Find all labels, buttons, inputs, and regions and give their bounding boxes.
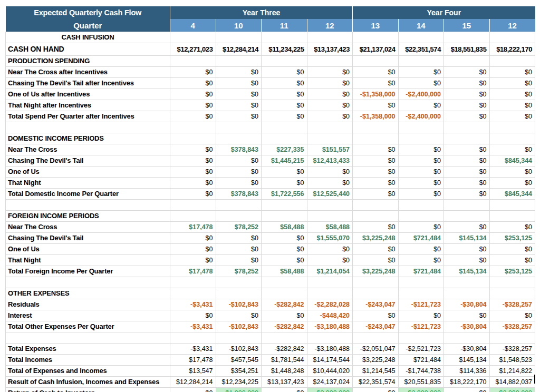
value-cell[interactable]: $22,351,574 xyxy=(398,43,444,56)
value-cell[interactable]: -$2,400,000 xyxy=(398,111,444,122)
section-label[interactable]: CASH INFUSION xyxy=(6,32,170,43)
value-cell[interactable]: $17,478 xyxy=(170,355,216,366)
empty-cell[interactable] xyxy=(444,277,490,288)
row-label[interactable]: Near The Cross xyxy=(6,144,170,155)
quarter-label[interactable]: Quarter xyxy=(6,19,170,32)
empty-cell[interactable] xyxy=(398,211,444,222)
value-cell[interactable]: -$2,521,723 xyxy=(398,344,444,355)
value-cell[interactable]: $0 xyxy=(489,100,535,111)
value-cell[interactable]: -$3,431 xyxy=(170,344,216,355)
value-cell[interactable]: $0 xyxy=(170,189,216,200)
empty-cell[interactable] xyxy=(262,32,307,43)
blank-cell[interactable] xyxy=(6,200,170,211)
value-cell[interactable]: $0 xyxy=(444,67,490,78)
value-cell[interactable]: $0 xyxy=(489,244,535,255)
value-cell[interactable]: $721,484 xyxy=(398,233,444,244)
value-cell[interactable]: $145,134 xyxy=(444,266,490,277)
value-cell[interactable]: $1,214,545 xyxy=(353,366,399,377)
row-label[interactable]: Near The Cross xyxy=(6,222,170,233)
value-cell[interactable]: $0 xyxy=(398,67,444,78)
row-label[interactable]: Result of Cash Infusion, Incomes and Exp… xyxy=(6,377,170,388)
value-cell[interactable]: $21,137,024 xyxy=(353,43,399,56)
value-cell[interactable]: $12,234,225 xyxy=(216,377,262,388)
value-cell[interactable]: $0 xyxy=(262,100,307,111)
value-cell[interactable]: $0 xyxy=(170,310,216,321)
value-cell[interactable]: -$102,843 xyxy=(216,321,262,332)
value-cell[interactable]: $0 xyxy=(489,78,535,89)
row-label[interactable]: Near The Cross after Incentives xyxy=(6,67,170,78)
value-cell[interactable]: $0 xyxy=(307,89,353,100)
value-cell[interactable]: $0 xyxy=(444,144,490,155)
value-cell[interactable]: $12,284,214 xyxy=(170,377,216,388)
empty-cell[interactable] xyxy=(398,332,444,344)
value-cell[interactable]: $0 xyxy=(489,255,535,266)
value-cell[interactable]: -$2,000,000 xyxy=(489,388,535,392)
empty-cell[interactable] xyxy=(307,211,353,222)
value-cell[interactable]: $0 xyxy=(398,78,444,89)
empty-cell[interactable] xyxy=(444,211,490,222)
value-cell[interactable]: $0 xyxy=(170,111,216,122)
value-cell[interactable]: $0 xyxy=(170,244,216,255)
value-cell[interactable]: $0 xyxy=(398,100,444,111)
value-cell[interactable]: $0 xyxy=(398,310,444,321)
empty-cell[interactable] xyxy=(398,32,444,43)
empty-cell[interactable] xyxy=(398,122,444,133)
empty-cell[interactable] xyxy=(216,288,262,299)
row-label[interactable]: CASH ON HAND xyxy=(6,43,170,56)
value-cell[interactable]: $1,214,054 xyxy=(307,266,353,277)
value-cell[interactable]: $457,545 xyxy=(216,355,262,366)
value-cell[interactable]: $0 xyxy=(262,89,307,100)
empty-cell[interactable] xyxy=(307,288,353,299)
row-label[interactable]: One of Us xyxy=(6,244,170,255)
row-label[interactable]: Residuals xyxy=(6,299,170,310)
value-cell[interactable]: $78,252 xyxy=(216,222,262,233)
value-cell[interactable]: $0 xyxy=(398,189,444,200)
value-cell[interactable]: $0 xyxy=(489,310,535,321)
value-cell[interactable]: $0 xyxy=(170,233,216,244)
value-cell[interactable]: $17,478 xyxy=(170,266,216,277)
value-cell[interactable]: $1,448,248 xyxy=(262,366,307,377)
row-label[interactable]: One of Us after Incentives xyxy=(6,89,170,100)
value-cell[interactable]: $378,843 xyxy=(216,144,262,155)
blank-cell[interactable] xyxy=(6,277,170,288)
empty-cell[interactable] xyxy=(444,288,490,299)
empty-cell[interactable] xyxy=(216,32,262,43)
value-cell[interactable]: $0 xyxy=(398,155,444,166)
value-cell[interactable]: -$282,842 xyxy=(262,299,307,310)
row-label[interactable]: One of Us xyxy=(6,166,170,178)
value-cell[interactable]: $20,551,835 xyxy=(398,377,444,388)
value-cell[interactable]: -$328,257 xyxy=(489,344,535,355)
empty-cell[interactable] xyxy=(307,332,353,344)
value-cell[interactable]: $13,547 xyxy=(170,366,216,377)
value-cell[interactable]: $721,484 xyxy=(398,355,444,366)
value-cell[interactable]: $0 xyxy=(444,166,490,178)
value-cell[interactable]: $0 xyxy=(353,178,399,189)
year-three-header[interactable]: Year Three xyxy=(170,6,353,19)
section-label[interactable]: DOMESTIC INCOME PERIODS xyxy=(6,133,170,144)
empty-cell[interactable] xyxy=(398,277,444,288)
row-label[interactable]: Chasing The Devil's Tail xyxy=(6,155,170,166)
empty-cell[interactable] xyxy=(262,277,307,288)
value-cell[interactable]: $0 xyxy=(262,166,307,178)
value-cell[interactable]: $114,336 xyxy=(444,366,490,377)
value-cell[interactable]: $0 xyxy=(444,155,490,166)
value-cell[interactable]: $1,781,544 xyxy=(262,355,307,366)
value-cell[interactable]: $0 xyxy=(353,100,399,111)
value-cell[interactable]: $12,271,023 xyxy=(170,43,216,56)
value-cell[interactable]: -$102,843 xyxy=(216,344,262,355)
value-cell[interactable]: $0 xyxy=(262,388,307,392)
value-cell[interactable]: $253,125 xyxy=(489,266,535,277)
empty-cell[interactable] xyxy=(398,133,444,144)
value-cell[interactable]: $0 xyxy=(262,255,307,266)
empty-cell[interactable] xyxy=(262,56,307,67)
value-cell[interactable]: $0 xyxy=(444,189,490,200)
empty-cell[interactable] xyxy=(398,56,444,67)
section-label[interactable]: FOREIGN INCOME PERIODS xyxy=(6,211,170,222)
value-cell[interactable]: $845,344 xyxy=(489,155,535,166)
empty-cell[interactable] xyxy=(444,332,490,344)
value-cell[interactable]: $0 xyxy=(353,388,399,392)
quarter-cell[interactable]: 14 xyxy=(398,19,444,32)
value-cell[interactable]: $0 xyxy=(262,244,307,255)
value-cell[interactable]: $145,134 xyxy=(444,355,490,366)
value-cell[interactable]: $0 xyxy=(489,178,535,189)
